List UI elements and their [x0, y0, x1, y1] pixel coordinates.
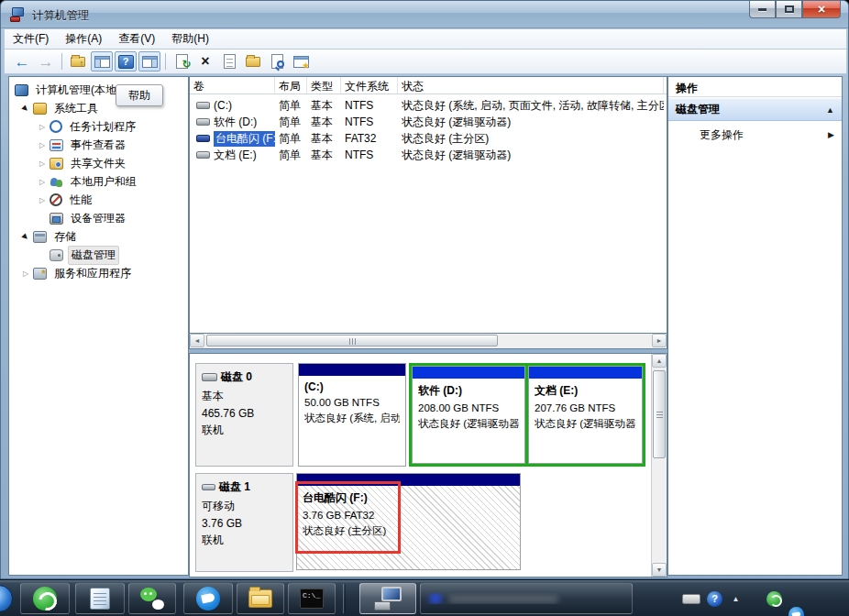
refresh-button[interactable]: ↻	[171, 51, 193, 72]
column-type[interactable]: 类型	[307, 77, 341, 94]
console-tree-icon	[94, 56, 110, 68]
more-actions-item[interactable]: 更多操作 ▶	[668, 125, 842, 145]
menu-view[interactable]: 查看(V)	[110, 28, 163, 50]
collapsed-arrow-icon[interactable]: ▷	[37, 178, 48, 186]
device-manager-icon	[50, 213, 63, 225]
column-status[interactable]: 状态	[398, 77, 664, 94]
column-filesystem[interactable]: 文件系统	[341, 77, 398, 94]
scroll-left-button[interactable]: ◄	[190, 334, 204, 347]
taskbar-wechat-button[interactable]	[128, 583, 176, 614]
titlebar[interactable]: 计算机管理 ×	[1, 1, 848, 28]
back-icon: ←	[15, 54, 30, 70]
tree-item-event-viewer[interactable]: ▷ 事件查看器	[37, 136, 128, 154]
show-console-tree-button[interactable]	[91, 51, 113, 72]
local-users-groups-icon	[50, 176, 63, 188]
horizontal-scrollbar[interactable]: ◄ ►	[189, 334, 667, 349]
disk-1-label-box[interactable]: 磁盘 1 可移动 3.76 GB 联机	[195, 473, 293, 572]
menu-action[interactable]: 操作(A)	[57, 28, 110, 50]
collapsed-arrow-icon[interactable]: ▷	[37, 160, 48, 168]
minimize-button[interactable]	[749, 1, 776, 18]
security-360-tray-icon[interactable]	[766, 591, 782, 607]
column-volume[interactable]: 卷	[190, 77, 275, 94]
vertical-scroll-thumb[interactable]	[653, 370, 666, 458]
disk-name: 磁盘 0	[221, 369, 252, 385]
volume-type: 基本	[307, 115, 341, 130]
tree-item-performance[interactable]: ▷ 性能	[37, 191, 94, 209]
partition-c[interactable]: (C:) 50.00 GB NTFS 状态良好 (系统, 启动, 页面文件, 活…	[298, 363, 406, 467]
taskbar-notepad-button[interactable]	[75, 583, 125, 614]
collapse-arrow-icon[interactable]: ▲	[826, 105, 834, 115]
volume-row-e[interactable]: 文档 (E:) 简单 基本 NTFS 状态良好 (逻辑驱动器)	[190, 147, 664, 163]
vertical-scrollbar[interactable]: ▲ ▼	[651, 354, 667, 577]
properties-button[interactable]	[218, 51, 240, 72]
expanded-arrow-icon[interactable]: ▶	[19, 230, 33, 244]
menu-file[interactable]: 文件(F)	[5, 28, 57, 50]
disk-name: 磁盘 1	[219, 479, 250, 495]
tree-item-device-manager[interactable]: 设备管理器	[48, 209, 128, 227]
expanded-arrow-icon[interactable]: ▶	[19, 102, 33, 116]
taskbar-explorer-button[interactable]	[237, 583, 284, 614]
tree-item-local-users-groups[interactable]: ▷ 本地用户和组	[37, 172, 139, 191]
collapsed-arrow-icon[interactable]: ▷	[20, 270, 31, 278]
actions-section-disk-management[interactable]: 磁盘管理 ▲	[668, 98, 842, 121]
menubar: 文件(F) 操作(A) 查看(V) 帮助(H)	[4, 28, 847, 50]
forward-button[interactable]: →	[35, 51, 57, 72]
disk-size: 465.76 GB	[202, 407, 287, 420]
tree-item-task-scheduler[interactable]: ▷ 任务计划程序	[37, 117, 138, 136]
collapsed-arrow-icon[interactable]: ▷	[37, 123, 48, 131]
maximize-button[interactable]	[776, 1, 802, 18]
tree-item-storage[interactable]: ▶ 存储	[20, 227, 79, 246]
tree-item-shared-folders[interactable]: ▷ 共享文件夹	[37, 154, 128, 172]
help-button[interactable]: ?	[115, 51, 137, 72]
volume-row-c[interactable]: (C:) 简单 基本 NTFS 状态良好 (系统, 启动, 页面文件, 活动, …	[190, 97, 664, 114]
collapsed-arrow-icon[interactable]: ▷	[37, 141, 48, 149]
collapsed-arrow-icon[interactable]: ▷	[37, 196, 48, 204]
volume-fs: NTFS	[341, 148, 398, 161]
properties-icon	[224, 54, 236, 69]
partition-info: 207.76 GB NTFS	[535, 402, 636, 413]
partition-label: (C:)	[304, 380, 400, 393]
volume-row-d[interactable]: 软件 (D:) 简单 基本 NTFS 状态良好 (逻辑驱动器)	[190, 114, 664, 130]
find-button[interactable]	[266, 51, 288, 72]
horizontal-scroll-thumb[interactable]	[206, 335, 498, 346]
console-tree-panel: 计算机管理(本地) ▶ 系统工具 ▷ 任务计划程序 ▷ 事件查看器 ▷ 共享文件…	[8, 76, 189, 576]
column-layout[interactable]: 布局	[275, 77, 307, 94]
help-icon: ?	[118, 55, 134, 69]
start-orb-icon[interactable]	[0, 585, 13, 612]
scroll-up-button[interactable]: ▲	[652, 354, 667, 368]
disk-0-label-box[interactable]: 磁盘 0 基本 465.76 GB 联机	[195, 363, 293, 467]
menu-help[interactable]: 帮助(H)	[163, 28, 217, 50]
tree-item-services-applications[interactable]: ▷ 服务和应用程序	[20, 264, 134, 282]
taskbar-dingtalk-button[interactable]	[183, 583, 233, 614]
back-button[interactable]: ←	[11, 51, 33, 72]
close-button[interactable]: ×	[802, 1, 841, 18]
help-tooltip: 帮助	[116, 84, 163, 106]
tree-root-computer-management[interactable]: 计算机管理(本地)	[13, 81, 123, 99]
keyboard-tray-icon[interactable]	[682, 594, 700, 604]
volume-row-f-selected[interactable]: 台电酷闪 (F:) 简单 基本 FAT32 状态良好 (主分区)	[190, 130, 664, 147]
partition-d[interactable]: 软件 (D:) 208.00 GB NTFS 状态良好 (逻辑驱动器)	[412, 366, 525, 464]
help-tray-icon[interactable]: ?	[707, 591, 722, 607]
up-folder-button[interactable]: ↑	[67, 51, 89, 72]
volume-type: 基本	[307, 131, 341, 147]
star-badge-icon: ★	[302, 61, 310, 71]
manage-snapin-button[interactable]: ★	[290, 51, 312, 72]
scroll-right-button[interactable]: ►	[652, 334, 667, 347]
scroll-down-button[interactable]: ▼	[652, 563, 667, 577]
tree-item-disk-management[interactable]: 磁盘管理	[48, 246, 119, 264]
taskbar-computer-management-button[interactable]	[359, 583, 416, 614]
volume-icon	[196, 135, 210, 142]
taskbar-browser-360-button[interactable]	[20, 583, 70, 614]
expand-tray-icon[interactable]: ▲	[728, 591, 744, 607]
partition-e[interactable]: 文档 (E:) 207.76 GB NTFS 状态良好 (逻辑驱动器)	[528, 366, 643, 464]
taskbar-cmd-button[interactable]: C:\_	[288, 583, 336, 614]
show-action-pane-button[interactable]	[138, 51, 160, 72]
dingtalk-tray-icon[interactable]	[788, 607, 804, 616]
open-folder-button[interactable]	[242, 51, 264, 72]
volume-icon	[196, 118, 210, 126]
logical-drive-bar	[413, 367, 524, 379]
taskbar-blurred-window-button[interactable]	[420, 583, 633, 614]
delete-button[interactable]: ×	[194, 51, 216, 72]
volume-layout: 简单	[275, 131, 307, 147]
tree-item-system-tools[interactable]: ▶ 系统工具	[20, 99, 101, 117]
